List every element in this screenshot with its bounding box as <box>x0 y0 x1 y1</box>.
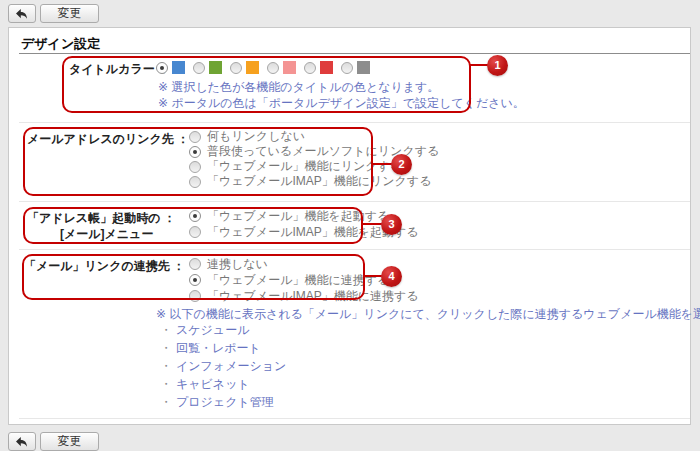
mail-integration-note: ※ 以下の機能に表示される「メール」リンクにて、クリックした際に連携するウェブメ… <box>156 306 700 323</box>
change-button-bottom[interactable]: 変更 <box>40 432 99 451</box>
radio-default-mailer[interactable] <box>189 146 201 158</box>
list-bullet: ・ <box>160 322 172 339</box>
color-radio-blue[interactable] <box>156 62 168 74</box>
option-row: 何もリンクしない <box>189 129 439 144</box>
radio-webmail-imap-link[interactable] <box>189 176 201 188</box>
option-row: 「ウェブメール」機能にリンクする <box>189 159 439 174</box>
radio-launch-webmail[interactable] <box>189 210 201 222</box>
color-radio-green[interactable] <box>193 62 205 74</box>
title-color-swatches <box>156 61 370 74</box>
back-button[interactable] <box>8 4 36 23</box>
link-information[interactable]: インフォメーション <box>176 358 286 375</box>
link-project[interactable]: プロジェクト管理 <box>176 394 274 411</box>
option-label: 「ウェブメールIMAP」機能を起動する <box>207 224 419 241</box>
back-icon <box>15 8 29 20</box>
option-label: 連携しない <box>207 256 268 273</box>
list-item: ・ スケジュール <box>160 322 249 339</box>
radio-launch-webmail-imap[interactable] <box>189 226 201 238</box>
color-swatch-green[interactable] <box>209 61 222 74</box>
option-label: 「ウェブメール」機能に連携する <box>207 272 389 289</box>
list-item: ・ キャビネット <box>160 376 250 393</box>
option-row: 普段使っているメールソフトにリンクする <box>189 144 439 159</box>
color-radio-gray[interactable] <box>341 62 353 74</box>
settings-panel: デザイン設定 タイトルカラー ： ※ 選択した色が各機能のタイトルの色となります… <box>8 27 691 425</box>
color-swatch-red[interactable] <box>320 61 333 74</box>
option-row: 「ウェブメールIMAP」機能に連携する <box>189 288 419 304</box>
option-row: 「ウェブメールIMAP」機能にリンクする <box>189 174 439 189</box>
mail-address-link-label: メールアドレスのリンク先 ： <box>27 131 189 148</box>
option-label: 「ウェブメール」機能を起動する <box>207 208 389 225</box>
radio-no-integration[interactable] <box>189 258 201 270</box>
color-swatch-blue[interactable] <box>172 61 185 74</box>
change-button-top[interactable]: 変更 <box>40 4 99 23</box>
mail-integration-options: 連携しない 「ウェブメール」機能に連携する 「ウェブメールIMAP」機能に連携す… <box>189 256 419 304</box>
radio-no-link[interactable] <box>189 131 201 143</box>
list-item: ・ プロジェクト管理 <box>160 394 274 411</box>
back-button-bottom[interactable] <box>8 432 36 451</box>
section-divider <box>19 122 690 123</box>
addressbook-label-line1: 「アドレス帳」起動時の ： <box>27 210 176 227</box>
color-swatch-orange[interactable] <box>246 61 259 74</box>
title-color-note-2: ※ ポータルの色は「ポータルデザイン設定」で設定してください。 <box>158 95 525 112</box>
mail-address-link-options: 何もリンクしない 普段使っているメールソフトにリンクする 「ウェブメール」機能に… <box>189 129 439 189</box>
list-item: ・ インフォメーション <box>160 358 286 375</box>
radio-webmail-link[interactable] <box>189 161 201 173</box>
title-color-note-1: ※ 選択した色が各機能のタイトルの色となります。 <box>158 79 439 96</box>
list-bullet: ・ <box>160 394 172 411</box>
title-divider <box>19 53 690 54</box>
page-title: デザイン設定 <box>21 35 100 53</box>
section-divider <box>19 249 690 250</box>
color-radio-orange[interactable] <box>230 62 242 74</box>
list-item: ・ 回覧・レポート <box>160 340 261 357</box>
option-label: 「ウェブメールIMAP」機能にリンクする <box>207 173 431 190</box>
option-label: 「ウェブメールIMAP」機能に連携する <box>207 288 419 305</box>
option-row: 「ウェブメール」機能を起動する <box>189 208 419 224</box>
color-swatch-gray[interactable] <box>357 61 370 74</box>
radio-integrate-webmail-imap[interactable] <box>189 290 201 302</box>
back-icon <box>15 436 29 448</box>
color-swatch-pink[interactable] <box>283 61 296 74</box>
addressbook-options: 「ウェブメール」機能を起動する 「ウェブメールIMAP」機能を起動する <box>189 208 419 240</box>
section-divider <box>19 418 690 419</box>
option-row: 「ウェブメールIMAP」機能を起動する <box>189 224 419 240</box>
design-settings-screen: 変更 デザイン設定 タイトルカラー ： ※ 選択した色が各機能のタイトルの色とな… <box>0 0 700 451</box>
option-row: 「ウェブメール」機能に連携する <box>189 272 419 288</box>
mail-integration-label: 「メール」リンクの連携先 ： <box>24 258 185 275</box>
section-divider <box>19 201 690 202</box>
radio-integrate-webmail[interactable] <box>189 274 201 286</box>
list-bullet: ・ <box>160 376 172 393</box>
color-radio-pink[interactable] <box>267 62 279 74</box>
list-bullet: ・ <box>160 358 172 375</box>
title-color-label: タイトルカラー ： <box>69 61 170 78</box>
addressbook-label-line2: [メール]メニュー <box>60 226 153 243</box>
color-radio-red[interactable] <box>304 62 316 74</box>
option-row: 連携しない <box>189 256 419 272</box>
link-schedule[interactable]: スケジュール <box>176 322 249 339</box>
list-bullet: ・ <box>160 340 172 357</box>
link-cabinet[interactable]: キャビネット <box>176 376 250 393</box>
link-report[interactable]: 回覧・レポート <box>176 340 261 357</box>
